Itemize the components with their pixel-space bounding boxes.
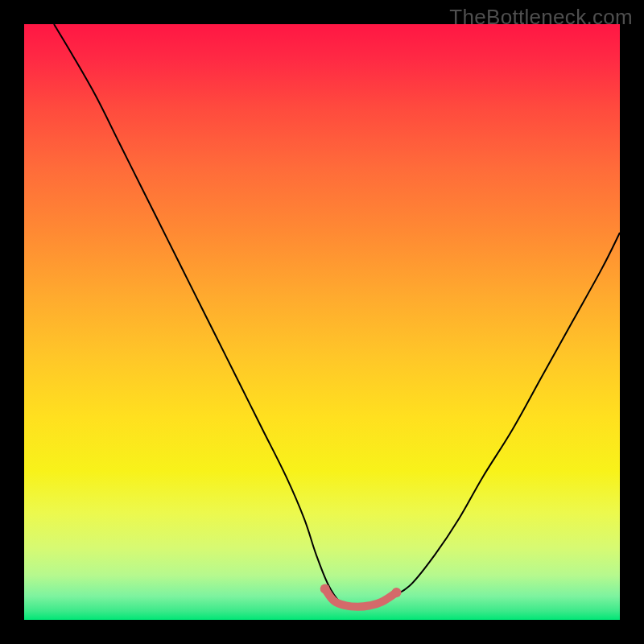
gradient-background — [24, 24, 620, 620]
highlight-endpoint-right — [392, 588, 402, 597]
watermark-text: TheBottleneck.com — [449, 5, 633, 30]
highlight-endpoint-left — [320, 584, 330, 594]
plot-area — [24, 24, 620, 620]
plot-svg — [24, 24, 620, 620]
chart-frame: TheBottleneck.com — [0, 0, 644, 644]
